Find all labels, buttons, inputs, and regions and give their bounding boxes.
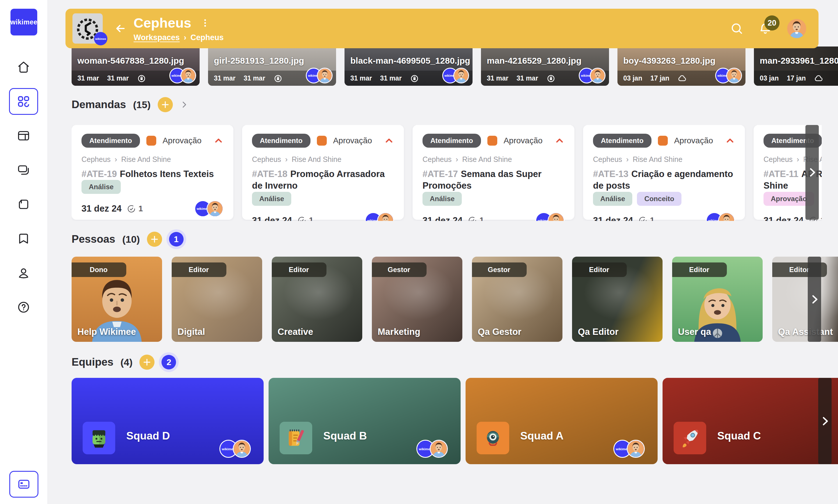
- file-avatars: wikimee: [715, 68, 742, 84]
- sidebar-item[interactable]: [0, 221, 47, 256]
- file-name: man-2933961_1280.jpg: [760, 56, 838, 66]
- breadcrumb-separator: ›: [184, 33, 187, 42]
- sidebar-item[interactable]: [0, 290, 47, 324]
- collapse-chevron-icon[interactable]: [384, 136, 394, 146]
- breadcrumb-workspaces[interactable]: Workspaces: [134, 33, 180, 42]
- file-date-start: 31 mar: [214, 74, 235, 82]
- sidebar-item[interactable]: [0, 187, 47, 221]
- sidebar-item[interactable]: [0, 84, 47, 119]
- status-pill: Análise: [252, 192, 291, 206]
- person-card[interactable]: Dono Help Wikimee: [72, 257, 162, 342]
- person-card[interactable]: Gestor Qa Gestor: [472, 257, 562, 342]
- demand-card[interactable]: Atendimento Aprovação Cepheus › Rise And…: [413, 125, 575, 220]
- demand-card[interactable]: Atendimento Aprovação Cepheus › Rise And…: [72, 125, 233, 220]
- demand-task-counter: 1: [297, 216, 313, 221]
- demand-breadcrumb-separator: ›: [456, 155, 458, 164]
- status-pill: Análise: [82, 180, 121, 194]
- kebab-menu-icon[interactable]: [200, 18, 210, 28]
- people-notification-badge[interactable]: 1: [169, 232, 184, 247]
- demand-code: #ATE-13: [593, 169, 629, 179]
- team-card[interactable]: Squad C: [663, 378, 838, 464]
- sidebar-item[interactable]: [0, 50, 47, 84]
- file-date-end: 17 jan: [650, 74, 669, 82]
- demand-card-bottom: 31 dez 24 1 wikimee: [423, 212, 564, 221]
- people-next-button[interactable]: [808, 257, 821, 342]
- breadcrumb: Workspaces › Cepheus: [134, 33, 224, 42]
- demand-code: #ATE-18: [252, 169, 288, 179]
- app-logo[interactable]: wikimee: [11, 9, 37, 35]
- teams-notification-badge[interactable]: 2: [161, 355, 176, 370]
- add-person-button[interactable]: [147, 232, 162, 247]
- add-team-button[interactable]: [139, 355, 154, 370]
- demand-card[interactable]: Atendimento Aprovação Cepheus › Rise And…: [242, 125, 404, 220]
- apps-icon: [17, 95, 30, 108]
- team-card[interactable]: Squad A wikimee: [465, 378, 657, 464]
- people-row: Dono Help Wikimee Editor Digital Editor …: [72, 257, 838, 342]
- person-card[interactable]: Editor User qa: [672, 257, 763, 342]
- person-card[interactable]: Editor Digital: [172, 257, 262, 342]
- demand-card-top: Atendimento Aprovação: [82, 134, 223, 148]
- file-card[interactable]: girl-2581913_1280.jpg 31 mar 31 mar wiki…: [208, 47, 336, 86]
- file-date-end: 17 jan: [787, 74, 806, 82]
- flow-color-swatch: [147, 136, 156, 146]
- collapse-chevron-icon[interactable]: [725, 136, 735, 146]
- workspace-logo[interactable]: wikimee: [72, 13, 103, 43]
- back-button[interactable]: [114, 22, 126, 35]
- demands-next-button[interactable]: [805, 125, 819, 220]
- team-card[interactable]: Squad B wikimee: [269, 378, 461, 464]
- chevron-right-icon: [809, 294, 820, 305]
- demands-expand-chevron-icon[interactable]: [180, 100, 189, 109]
- sidebar-item[interactable]: [0, 119, 47, 153]
- file-name: girl-2581913_1280.jpg: [214, 56, 304, 66]
- demands-row: Atendimento Aprovação Cepheus › Rise And…: [72, 125, 822, 221]
- file-card[interactable]: boy-4393263_1280.jpg 03 jan 17 jan wikim…: [617, 47, 746, 86]
- sidebar: wikimee: [0, 0, 48, 504]
- demand-statuses: Análise Conceito: [593, 192, 735, 206]
- file-card[interactable]: man-4216529_1280.jpg 31 mar 31 mar wikim…: [481, 47, 609, 86]
- member-avatar: [377, 212, 394, 221]
- notifications-button[interactable]: 20: [758, 22, 772, 35]
- file-card[interactable]: black-man-4699505_1280.jpg 31 mar 31 mar…: [344, 47, 473, 86]
- add-demand-button[interactable]: [158, 97, 173, 112]
- person-name: Qa Assistant: [778, 327, 833, 337]
- sidebar-item[interactable]: [0, 153, 47, 187]
- people-heading: Pessoas (10) 1: [72, 232, 184, 247]
- person-card[interactable]: Editor Qa Assistant: [772, 257, 838, 342]
- team-icon-tile: [83, 422, 115, 454]
- demand-code: #ATE-19: [82, 169, 117, 179]
- demand-workspace: Cepheus: [764, 155, 792, 164]
- teams-next-button[interactable]: [818, 378, 832, 464]
- member-avatar: [718, 212, 735, 221]
- person-role-pill: Editor: [172, 263, 226, 277]
- flow-color-swatch: [488, 136, 497, 146]
- search-icon[interactable]: [730, 22, 743, 35]
- file-date-end: 31 mar: [380, 74, 401, 82]
- file-card[interactable]: man-2933961_1280.jpg 03 jan 17 jan: [754, 47, 838, 86]
- demand-flow-label: Aprovação: [333, 136, 372, 145]
- sidebar-item[interactable]: [0, 256, 47, 290]
- collapse-chevron-icon[interactable]: [554, 136, 564, 146]
- demand-type-pill: Atendimento: [252, 134, 310, 148]
- person-name: Digital: [177, 327, 205, 337]
- member-avatar: [181, 68, 196, 84]
- collapse-chevron-icon[interactable]: [213, 136, 223, 146]
- notebook-icon: [17, 198, 30, 211]
- notepad-icon: [285, 427, 307, 449]
- demand-due-date: 31 dez 24: [423, 215, 463, 221]
- person-card[interactable]: Editor Creative: [272, 257, 362, 342]
- frankenstein-icon: [88, 427, 110, 449]
- team-card[interactable]: Squad D wikimee: [72, 378, 263, 464]
- team-name: Squad C: [717, 430, 761, 442]
- user-avatar[interactable]: [787, 19, 806, 38]
- file-card[interactable]: woman-5467838_1280.jpg 31 mar 31 mar wik…: [72, 47, 200, 86]
- person-card[interactable]: Gestor Marketing: [372, 257, 462, 342]
- demand-due-date: 31 dez 24: [252, 215, 292, 221]
- person-card[interactable]: Editor Qa Editor: [572, 257, 663, 342]
- file-date-end: 31 mar: [516, 74, 538, 82]
- team-avatars: wikimee: [613, 440, 645, 458]
- demand-card[interactable]: Atendimento Aprovação Cepheus › Rise And…: [583, 125, 745, 220]
- breadcrumb-current: Cepheus: [191, 33, 224, 42]
- chevron-right-icon: [819, 416, 831, 427]
- header-text: Cepheus Workspaces › Cepheus: [134, 15, 224, 42]
- sidebar-bottom-tool[interactable]: [9, 471, 38, 498]
